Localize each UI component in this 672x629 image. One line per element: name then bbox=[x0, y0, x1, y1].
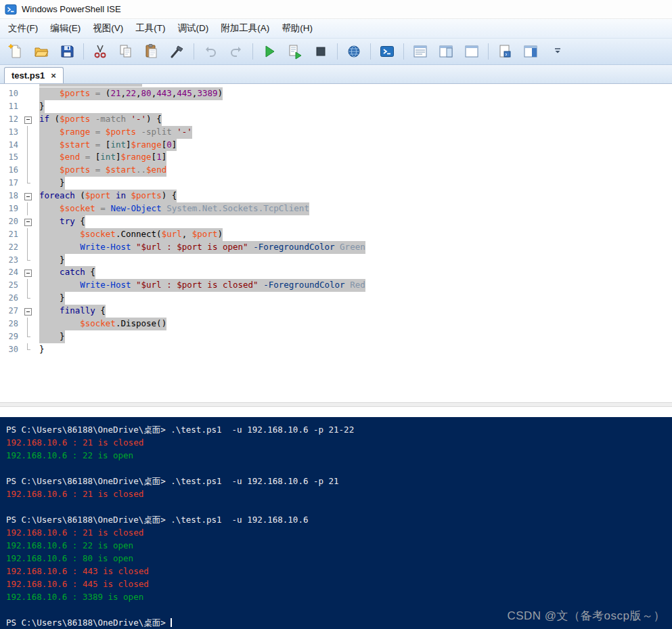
title-bar[interactable]: Windows PowerShell ISE bbox=[0, 0, 672, 19]
console-pane[interactable]: PS C:\Users\86188\OneDrive\桌面> .\test.ps… bbox=[0, 417, 672, 629]
new-remote-powershell-tab-button[interactable] bbox=[344, 41, 364, 62]
code-text[interactable]: $range = $ports -split '-' bbox=[32, 126, 672, 139]
line-number: 25 bbox=[0, 279, 23, 292]
start-powershell-button[interactable] bbox=[377, 41, 397, 62]
code-text[interactable]: finally { bbox=[32, 305, 672, 318]
new-script-button[interactable] bbox=[5, 41, 26, 62]
code-text[interactable]: $start = [int]$range[0] bbox=[32, 139, 672, 152]
show-script-pane-top-button[interactable] bbox=[410, 41, 430, 62]
code-text[interactable]: Write-Host "$url : $port is closed" -For… bbox=[32, 279, 672, 292]
menu-item-view[interactable]: 视图(V) bbox=[87, 19, 129, 38]
window-title: Windows PowerShell ISE bbox=[22, 4, 121, 14]
undo-button[interactable] bbox=[200, 41, 221, 62]
code-text[interactable]: $socket = New-Object System.Net.Sockets.… bbox=[32, 202, 672, 215]
fold-gutter bbox=[23, 292, 32, 305]
editor-line[interactable]: 30} bbox=[0, 343, 672, 356]
show-command-addon-button[interactable] bbox=[520, 41, 541, 62]
editor-line[interactable]: 27 finally { bbox=[0, 305, 672, 318]
run-script-button[interactable] bbox=[259, 41, 279, 62]
pane-right-icon bbox=[438, 43, 454, 60]
editor-line[interactable]: 15 $end = [int]$range[1] bbox=[0, 151, 672, 164]
run-selection-button[interactable] bbox=[285, 41, 305, 62]
code-text[interactable]: } bbox=[32, 254, 672, 267]
editor-line[interactable]: 18foreach ($port in $ports) { bbox=[0, 190, 672, 202]
code-text[interactable]: try { bbox=[32, 215, 672, 228]
menu-item-edit[interactable]: 编辑(E) bbox=[44, 19, 87, 38]
fold-collapse-icon[interactable] bbox=[23, 113, 32, 126]
editor-line[interactable]: 19 $socket = New-Object System.Net.Socke… bbox=[0, 202, 672, 215]
overflow-chevron-icon bbox=[553, 46, 562, 57]
editor-line[interactable]: 10 $ports = (21,22,80,443,445,3389) bbox=[0, 87, 672, 100]
powershell-prompt-icon bbox=[379, 43, 395, 60]
show-script-pane-maximized-button[interactable] bbox=[462, 41, 482, 62]
toolbar-separator bbox=[337, 43, 338, 60]
editor-line[interactable]: 14 $start = [int]$range[0] bbox=[0, 139, 672, 152]
editor-line[interactable]: 22 Write-Host "$url : $port is open" -Fo… bbox=[0, 241, 672, 254]
code-text[interactable]: } bbox=[32, 100, 672, 113]
code-text[interactable]: $ports = $start..$end bbox=[32, 164, 672, 177]
editor-line[interactable]: 12if ($ports -match '-') { bbox=[0, 113, 672, 126]
code-text[interactable]: } bbox=[32, 330, 672, 343]
show-command-window-button[interactable] bbox=[495, 41, 515, 62]
line-number: 29 bbox=[0, 330, 23, 343]
editor-line[interactable]: 29 } bbox=[0, 330, 672, 343]
editor-line[interactable]: 21 $socket.Connect($url, $port) bbox=[0, 228, 672, 241]
console-cursor[interactable] bbox=[171, 618, 172, 627]
editor-line[interactable]: 17 } bbox=[0, 177, 672, 190]
tab-test-ps1[interactable]: test.ps1 × bbox=[4, 67, 64, 83]
code-text[interactable]: if ($ports -match '-') { bbox=[32, 113, 672, 126]
menu-item-debug[interactable]: 调试(D) bbox=[172, 19, 215, 38]
editor-line[interactable]: 28 $socket.Dispose() bbox=[0, 318, 672, 330]
code-text[interactable]: $ports = (21,22,80,443,445,3389) bbox=[32, 87, 672, 100]
fold-collapse-icon[interactable] bbox=[23, 190, 32, 202]
fold-collapse-icon[interactable] bbox=[23, 266, 32, 279]
fold-collapse-icon[interactable] bbox=[23, 305, 32, 318]
editor-line[interactable]: 23 } bbox=[0, 254, 672, 267]
tab-close-icon[interactable]: × bbox=[51, 70, 56, 81]
code-text[interactable]: catch { bbox=[32, 266, 672, 279]
open-script-button[interactable] bbox=[31, 41, 51, 62]
code-text[interactable]: $end = [int]$range[1] bbox=[32, 151, 672, 164]
editor-line[interactable]: 26 } bbox=[0, 292, 672, 305]
editor-line[interactable]: 25 Write-Host "$url : $port is closed" -… bbox=[0, 279, 672, 292]
fold-gutter bbox=[23, 241, 32, 254]
globe-icon bbox=[346, 43, 362, 60]
paste-button[interactable] bbox=[141, 41, 162, 62]
show-script-pane-right-button[interactable] bbox=[436, 41, 456, 62]
stop-operation-button[interactable] bbox=[311, 41, 331, 62]
code-text[interactable]: } bbox=[32, 292, 672, 305]
console-line: 192.168.10.6 : 21 is closed bbox=[6, 436, 672, 449]
code-text[interactable]: foreach ($port in $ports) { bbox=[32, 190, 672, 202]
editor-line[interactable]: 24 catch { bbox=[0, 266, 672, 279]
console-line: PS C:\Users\86188\OneDrive\桌面> .\test.ps… bbox=[6, 475, 672, 487]
code-text[interactable]: } bbox=[32, 343, 672, 356]
code-text[interactable]: $socket.Dispose() bbox=[32, 318, 672, 330]
editor-line[interactable]: 11} bbox=[0, 100, 672, 113]
editor-line[interactable]: 13 $range = $ports -split '-' bbox=[0, 126, 672, 139]
cut-button[interactable] bbox=[90, 41, 110, 62]
clear-console-button[interactable] bbox=[167, 41, 187, 62]
fold-gutter bbox=[23, 318, 32, 330]
editor-line[interactable]: 16 $ports = $start..$end bbox=[0, 164, 672, 177]
editor-line[interactable]: 20 try { bbox=[0, 215, 672, 228]
line-number: 13 bbox=[0, 126, 23, 139]
toolbar-overflow-button[interactable] bbox=[547, 41, 568, 62]
redo-button[interactable] bbox=[226, 41, 246, 62]
fold-collapse-icon[interactable] bbox=[23, 215, 32, 228]
line-number: 26 bbox=[0, 292, 23, 305]
line-number: 15 bbox=[0, 151, 23, 164]
addon-pane-icon bbox=[522, 43, 539, 60]
menu-item-help[interactable]: 帮助(H) bbox=[275, 19, 319, 38]
code-text[interactable]: Write-Host "$url : $port is open" -Foreg… bbox=[32, 241, 672, 254]
script-pane[interactable]: 10 $ports = (21,22,80,443,445,3389)11}12… bbox=[0, 84, 672, 402]
copy-button[interactable] bbox=[116, 41, 136, 62]
menu-item-file[interactable]: 文件(F) bbox=[2, 19, 44, 38]
save-button[interactable] bbox=[57, 41, 77, 62]
menu-item-addons[interactable]: 附加工具(A) bbox=[215, 19, 275, 38]
code-text[interactable]: $socket.Connect($url, $port) bbox=[32, 228, 672, 241]
fold-gutter bbox=[23, 177, 32, 190]
pane-splitter[interactable] bbox=[0, 402, 672, 407]
menu-item-tools[interactable]: 工具(T) bbox=[129, 19, 171, 38]
code-text[interactable]: } bbox=[32, 177, 672, 190]
toolbar-separator bbox=[252, 43, 253, 60]
